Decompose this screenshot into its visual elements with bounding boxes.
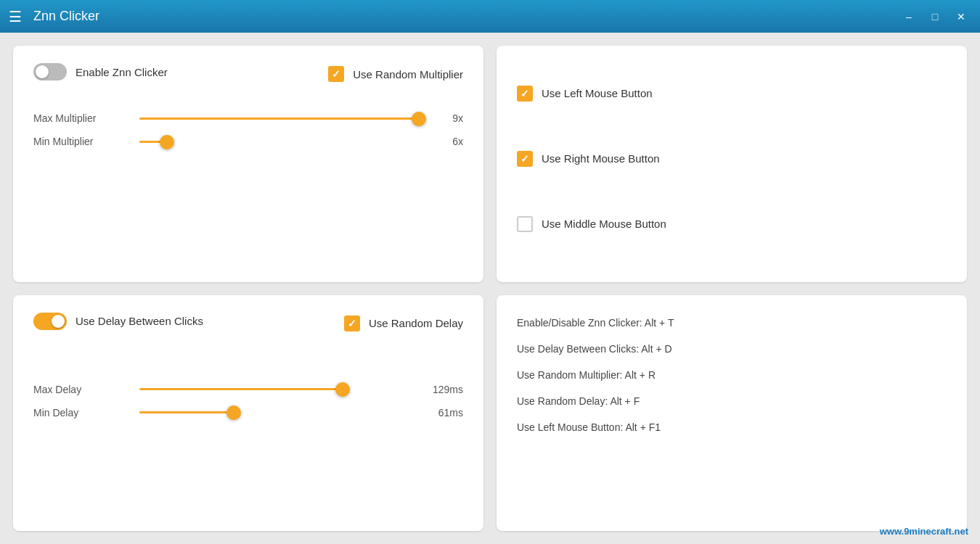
left-mouse-label: Use Left Mouse Button bbox=[542, 87, 653, 99]
enable-toggle-label: Enable Znn Clicker bbox=[75, 66, 168, 78]
random-multiplier-row: Use Random Multiplier bbox=[328, 66, 463, 82]
max-delay-label: Max Delay bbox=[33, 384, 128, 395]
enable-toggle-thumb bbox=[36, 65, 49, 78]
shortcut-item: Use Left Mouse Button: Alt + F1 bbox=[517, 414, 947, 440]
min-delay-track[interactable] bbox=[139, 411, 234, 413]
mouse-buttons-card: Use Left Mouse Button Use Right Mouse Bu… bbox=[497, 46, 967, 282]
min-delay-label: Min Delay bbox=[33, 407, 128, 419]
right-mouse-label: Use Right Mouse Button bbox=[542, 152, 660, 165]
min-delay-row: Min Delay 61ms bbox=[33, 407, 463, 419]
watermark: www.9minecraft.net bbox=[880, 526, 968, 537]
minimize-button[interactable]: – bbox=[899, 7, 919, 27]
watermark-text: www.9minecraft.net bbox=[880, 526, 968, 537]
max-delay-thumb[interactable] bbox=[335, 382, 350, 397]
right-mouse-checkbox[interactable] bbox=[517, 151, 533, 167]
main-content: Enable Znn Clicker Use Random Multiplier… bbox=[0, 33, 980, 544]
window-controls: – □ ✕ bbox=[899, 7, 971, 27]
max-delay-value: 129ms bbox=[430, 384, 463, 395]
random-multiplier-checkbox[interactable] bbox=[328, 66, 344, 82]
max-multiplier-value: 9x bbox=[430, 112, 463, 124]
delay-toggle-thumb bbox=[52, 315, 65, 328]
min-multiplier-value: 6x bbox=[430, 136, 463, 147]
min-multiplier-label: Min Multiplier bbox=[33, 136, 128, 147]
random-delay-label: Use Random Delay bbox=[369, 317, 463, 329]
max-multiplier-slider-container bbox=[139, 118, 419, 120]
maximize-button[interactable]: □ bbox=[925, 7, 945, 27]
max-delay-row: Max Delay 129ms bbox=[33, 384, 463, 395]
app-title: Znn Clicker bbox=[33, 9, 99, 24]
min-delay-slider-container bbox=[139, 411, 419, 413]
max-delay-track[interactable] bbox=[139, 388, 343, 390]
shortcut-item: Use Random Multiplier: Alt + R bbox=[517, 362, 947, 388]
shortcut-item: Enable/Disable Znn Clicker: Alt + T bbox=[517, 310, 947, 336]
delay-toggle-label: Use Delay Between Clicks bbox=[75, 315, 203, 327]
multiplier-card: Enable Znn Clicker Use Random Multiplier… bbox=[13, 46, 483, 282]
max-multiplier-thumb[interactable] bbox=[412, 112, 426, 126]
titlebar: ☰ Znn Clicker – □ ✕ bbox=[0, 0, 980, 33]
max-multiplier-row: Max Multiplier 9x bbox=[33, 112, 463, 124]
middle-mouse-checkbox[interactable] bbox=[517, 216, 533, 232]
shortcuts-list: Enable/Disable Znn Clicker: Alt + TUse D… bbox=[517, 310, 947, 440]
delay-toggle-row: Use Delay Between Clicks bbox=[33, 313, 248, 330]
middle-mouse-row: Use Middle Mouse Button bbox=[517, 216, 947, 232]
shortcut-item: Use Random Delay: Alt + F bbox=[517, 388, 947, 414]
min-multiplier-thumb[interactable] bbox=[160, 135, 174, 149]
enable-toggle[interactable] bbox=[33, 63, 67, 81]
left-mouse-row: Use Left Mouse Button bbox=[517, 86, 947, 102]
max-multiplier-label: Max Multiplier bbox=[33, 112, 128, 124]
random-delay-checkbox[interactable] bbox=[344, 316, 360, 331]
min-multiplier-track[interactable] bbox=[139, 141, 167, 143]
left-mouse-checkbox[interactable] bbox=[517, 86, 533, 102]
min-multiplier-row: Min Multiplier 6x bbox=[33, 136, 463, 147]
delay-toggle[interactable] bbox=[33, 313, 67, 330]
middle-mouse-label: Use Middle Mouse Button bbox=[542, 218, 666, 230]
min-delay-value: 61ms bbox=[430, 407, 463, 419]
shortcuts-card: Enable/Disable Znn Clicker: Alt + TUse D… bbox=[497, 295, 967, 532]
min-delay-thumb[interactable] bbox=[226, 405, 241, 420]
close-button[interactable]: ✕ bbox=[951, 7, 971, 27]
enable-toggle-row: Enable Znn Clicker bbox=[33, 63, 248, 81]
menu-icon[interactable]: ☰ bbox=[9, 8, 22, 25]
random-delay-row: Use Random Delay bbox=[344, 316, 463, 331]
min-multiplier-slider-container bbox=[139, 141, 419, 143]
max-multiplier-track[interactable] bbox=[139, 118, 419, 120]
shortcut-item: Use Delay Between Clicks: Alt + D bbox=[517, 336, 947, 362]
delay-card: Use Delay Between Clicks Use Random Dela… bbox=[13, 295, 483, 532]
max-delay-slider-container bbox=[139, 388, 419, 390]
right-mouse-row: Use Right Mouse Button bbox=[517, 151, 947, 167]
random-multiplier-label: Use Random Multiplier bbox=[353, 68, 463, 81]
